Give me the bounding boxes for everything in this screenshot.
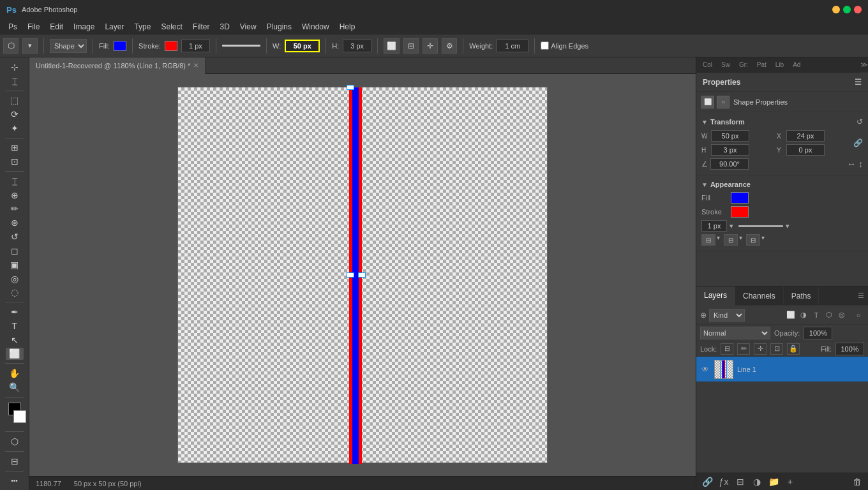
filter-smartobj-btn[interactable]: ◎ — [836, 309, 848, 321]
panel-tab-gr[interactable]: Gr: — [735, 60, 752, 70]
tab-close-btn[interactable]: ✕ — [193, 62, 198, 69]
filter-pixel-btn[interactable]: ⬜ — [785, 309, 797, 321]
layer-delete-btn[interactable]: 🗑 — [850, 475, 864, 488]
filter-shape-btn[interactable]: ⬡ — [823, 309, 835, 321]
marquee-tool[interactable]: ⬚ — [6, 94, 24, 107]
transform-h-input[interactable] — [711, 144, 749, 156]
menu-help[interactable]: Help — [334, 21, 361, 33]
dodge-tool[interactable]: ◌ — [6, 286, 24, 299]
crop-tool[interactable]: ⊞ — [6, 142, 24, 154]
stroke-align-arrow-2[interactable]: ▾ — [739, 234, 742, 246]
background-color[interactable] — [13, 410, 26, 423]
menu-layer[interactable]: Layer — [100, 21, 129, 33]
height-input[interactable] — [343, 40, 371, 52]
mask-btn[interactable]: ⬜ — [384, 38, 400, 54]
close-button[interactable] — [854, 6, 862, 13]
gradient-tool[interactable]: ▣ — [6, 258, 24, 271]
lock-pixel-btn[interactable]: ✏ — [737, 343, 750, 355]
stroke-style-arrow[interactable]: ▾ — [786, 222, 789, 230]
flip-v-btn[interactable]: ↕ — [858, 159, 863, 169]
stroke-color-swatch-props[interactable] — [731, 206, 749, 218]
tool-icon-btn[interactable]: ⬡ — [3, 38, 19, 54]
fill-color-swatch-props[interactable] — [731, 192, 749, 204]
shape-type-select[interactable]: Shape Path Pixels — [50, 39, 87, 53]
menu-3d[interactable]: 3D — [214, 21, 234, 33]
selection-handle-top[interactable] — [347, 85, 354, 90]
stroke-align-center-btn[interactable]: ⊟ — [724, 234, 738, 246]
panel-tab-lib[interactable]: Lib — [772, 60, 788, 70]
stroke-align-arrow-3[interactable]: ▾ — [761, 234, 765, 246]
screen-mode-btn[interactable]: ⊟ — [6, 455, 24, 468]
stroke-size-input-props[interactable] — [701, 220, 727, 232]
layers-tab[interactable]: Layers — [696, 286, 735, 306]
panel-tab-ad[interactable]: Ad — [789, 60, 804, 70]
quick-mask-tool[interactable]: ⬡ — [6, 435, 24, 448]
lock-transparent-btn[interactable]: ⊟ — [721, 343, 733, 355]
layer-group-btn[interactable]: 📁 — [767, 475, 781, 488]
menu-plugins[interactable]: Plugins — [262, 21, 297, 33]
filter-type-btn[interactable]: T — [811, 309, 822, 321]
panel-tab-col[interactable]: Col — [699, 60, 716, 70]
shape-rect-icon[interactable]: ⬜ — [701, 96, 714, 108]
artboard-tool[interactable]: ⌶ — [6, 75, 24, 87]
transform-reset-btn[interactable]: ↺ — [857, 117, 863, 126]
layer-adj-btn[interactable]: ◑ — [750, 475, 764, 488]
clone-tool[interactable]: ⊛ — [6, 216, 24, 229]
stroke-align-outside-btn[interactable]: ⊟ — [746, 234, 760, 246]
menu-select[interactable]: Select — [156, 21, 187, 33]
more-tools-btn[interactable]: ••• — [6, 474, 24, 487]
stroke-size-arrow[interactable]: ▾ — [730, 222, 733, 230]
minimize-button[interactable] — [832, 6, 840, 13]
transform-btn[interactable]: ✛ — [423, 38, 438, 54]
blend-mode-select[interactable]: Normal Multiply Screen — [700, 327, 770, 339]
lock-all-btn[interactable]: 🔒 — [787, 343, 800, 355]
title-bar-controls[interactable] — [832, 6, 862, 13]
stroke-color-swatch[interactable] — [165, 41, 177, 51]
menu-window[interactable]: Window — [297, 21, 334, 33]
brush-tool[interactable]: ✏ — [6, 203, 24, 216]
stroke-align-arrow-1[interactable]: ▾ — [717, 234, 720, 246]
lasso-tool[interactable]: ⟳ — [6, 108, 24, 121]
layer-link-btn[interactable]: 🔗 — [700, 475, 714, 488]
angle-input[interactable] — [710, 158, 749, 170]
maximize-button[interactable] — [843, 6, 851, 13]
shape-circle-icon[interactable]: ○ — [717, 96, 730, 108]
blur-tool[interactable]: ◎ — [6, 272, 24, 285]
tool-arrow-btn[interactable]: ▾ — [22, 38, 38, 54]
properties-menu-btn[interactable]: ☰ — [855, 78, 862, 87]
weight-input[interactable] — [497, 40, 528, 52]
layer-fx-btn[interactable]: ƒx — [717, 475, 731, 488]
filter-kind-select[interactable]: Kind Name — [709, 309, 745, 322]
filter-toggle-btn[interactable]: ○ — [853, 309, 864, 321]
fill-color-swatch[interactable] — [114, 41, 126, 51]
transform-x-input[interactable] — [786, 130, 825, 142]
transform-arrow[interactable]: ▼ — [701, 119, 708, 126]
transform-y-input[interactable] — [786, 144, 825, 156]
menu-filter[interactable]: Filter — [188, 21, 215, 33]
layer-mask-btn[interactable]: ⊟ — [733, 475, 747, 488]
filter-adjustment-btn[interactable]: ◑ — [798, 309, 809, 321]
shape-tool[interactable]: ⬜ — [6, 348, 24, 360]
menu-view[interactable]: View — [235, 21, 262, 33]
stroke-size-input[interactable] — [181, 40, 210, 52]
channels-tab[interactable]: Channels — [735, 286, 784, 306]
lock-position-btn[interactable]: ✛ — [754, 343, 767, 355]
stroke-align-inside-btn[interactable]: ⊟ — [701, 234, 715, 246]
align-edges-checkbox[interactable] — [541, 41, 549, 50]
move-tool[interactable]: ⊹ — [6, 61, 24, 73]
transform-w-input[interactable] — [711, 130, 749, 142]
link-proportions-btn[interactable]: 🔗 — [853, 138, 863, 147]
line-style-selector[interactable] — [222, 45, 260, 47]
eyedropper-tool[interactable]: ⌶ — [6, 175, 24, 188]
appearance-arrow[interactable]: ▼ — [701, 181, 708, 188]
selection-handle-mid-right[interactable] — [358, 272, 366, 278]
align-btn[interactable]: ⊟ — [403, 38, 419, 54]
active-document-tab[interactable]: Untitled-1-Recovered @ 1180% (Line 1, RG… — [29, 57, 206, 74]
settings-btn[interactable]: ⚙ — [442, 38, 457, 54]
type-tool[interactable]: T — [6, 320, 24, 332]
stroke-line-style[interactable] — [738, 225, 783, 227]
layers-menu-btn[interactable]: ☰ — [854, 292, 868, 300]
layer-new-btn[interactable]: + — [783, 475, 797, 488]
menu-ps[interactable]: Ps — [3, 21, 22, 33]
menu-image[interactable]: Image — [68, 21, 100, 33]
